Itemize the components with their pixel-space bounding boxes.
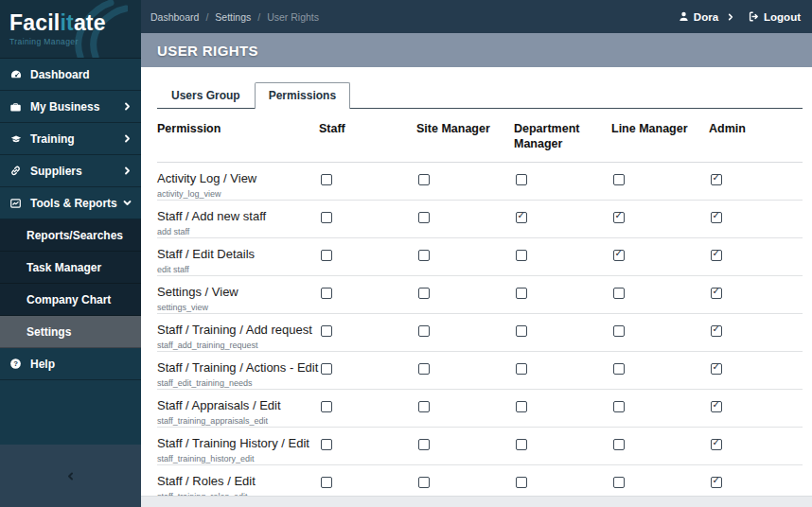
checkbox-staff[interactable] bbox=[321, 325, 332, 337]
checkbox-line-manager[interactable] bbox=[613, 174, 625, 185]
permission-code: settings_view bbox=[157, 303, 319, 312]
graduation-cap-icon bbox=[9, 132, 24, 145]
checkbox-admin[interactable] bbox=[711, 401, 722, 412]
checkbox-department-manager[interactable] bbox=[516, 401, 527, 412]
table-row: Staff / Edit Detailsedit staff bbox=[157, 238, 803, 276]
main-area: Dashboard / Settings / User Rights Dora … bbox=[141, 0, 812, 507]
sidebar-item-label: Help bbox=[30, 358, 55, 371]
sidebar-item-help[interactable]: ? Help bbox=[0, 348, 141, 380]
checkbox-department-manager[interactable] bbox=[516, 439, 527, 450]
checkbox-site-manager[interactable] bbox=[418, 174, 430, 185]
chevron-right-icon bbox=[727, 13, 734, 21]
permission-name: Staff / Appraisals / Edit bbox=[157, 399, 319, 412]
checkbox-staff[interactable] bbox=[321, 174, 332, 185]
permission-name: Staff / Training History / Edit bbox=[157, 437, 319, 450]
checkbox-site-manager[interactable] bbox=[418, 288, 430, 299]
checkbox-admin[interactable] bbox=[711, 250, 722, 261]
app-window: Facilitate Training Manager Dashboard My… bbox=[0, 0, 812, 507]
permission-name: Activity Log / View bbox=[157, 172, 319, 185]
logout-icon bbox=[748, 10, 760, 23]
logo-subtitle: Training Manager bbox=[9, 37, 141, 46]
checkbox-admin[interactable] bbox=[711, 363, 722, 375]
checkbox-site-manager[interactable] bbox=[418, 477, 430, 488]
checkbox-line-manager[interactable] bbox=[613, 401, 625, 412]
column-header-site-manager: Site Manager bbox=[416, 121, 514, 152]
checkbox-department-manager[interactable] bbox=[516, 363, 527, 375]
submenu-item-label: Reports/Searches bbox=[26, 229, 123, 242]
page-header: USER RIGHTS bbox=[141, 33, 812, 67]
checkbox-department-manager[interactable] bbox=[516, 250, 527, 261]
tab-users-group[interactable]: Users Group bbox=[157, 82, 255, 108]
permission-code: staff_edit_training_needs bbox=[157, 378, 319, 388]
checkbox-line-manager[interactable] bbox=[613, 477, 625, 488]
table-row: Settings / Viewsettings_view bbox=[157, 276, 803, 314]
column-header-line-manager: Line Manager bbox=[611, 121, 709, 152]
chevron-right-icon bbox=[123, 102, 132, 111]
user-menu[interactable]: Dora bbox=[678, 10, 734, 23]
sidebar-item-dashboard[interactable]: Dashboard bbox=[0, 59, 141, 91]
checkbox-admin[interactable] bbox=[711, 439, 722, 450]
chevron-down-icon bbox=[123, 199, 132, 207]
checkbox-line-manager[interactable] bbox=[613, 250, 625, 261]
topbar: Dashboard / Settings / User Rights Dora … bbox=[141, 0, 812, 33]
logo[interactable]: Facilitate Training Manager bbox=[0, 0, 141, 59]
checkbox-line-manager[interactable] bbox=[613, 439, 625, 450]
sidebar-item-suppliers[interactable]: Suppliers bbox=[0, 155, 141, 187]
checkbox-staff[interactable] bbox=[321, 439, 332, 450]
table-row: Staff / Training History / Editstaff_tra… bbox=[157, 428, 803, 465]
sidebar-item-settings[interactable]: Settings bbox=[0, 316, 141, 348]
checkbox-department-manager[interactable] bbox=[516, 288, 527, 299]
sidebar-item-training[interactable]: Training bbox=[0, 123, 141, 155]
checkbox-staff[interactable] bbox=[321, 401, 332, 412]
breadcrumb-item-dashboard[interactable]: Dashboard bbox=[150, 11, 199, 23]
table-header-row: Permission Staff Site Manager Department… bbox=[157, 109, 803, 163]
checkbox-site-manager[interactable] bbox=[418, 439, 430, 450]
checkbox-staff[interactable] bbox=[321, 212, 332, 223]
tab-permissions[interactable]: Permissions bbox=[255, 82, 350, 109]
breadcrumb-separator: / bbox=[205, 11, 208, 23]
sidebar-item-task-manager[interactable]: Task Manager bbox=[0, 252, 141, 284]
checkbox-site-manager[interactable] bbox=[418, 250, 430, 261]
checkbox-site-manager[interactable] bbox=[418, 363, 430, 375]
submenu-item-label: Settings bbox=[26, 325, 71, 339]
checkbox-site-manager[interactable] bbox=[418, 401, 430, 412]
checkbox-site-manager[interactable] bbox=[418, 212, 430, 223]
checkbox-staff[interactable] bbox=[321, 250, 332, 261]
checkbox-admin[interactable] bbox=[711, 477, 722, 488]
checkbox-site-manager[interactable] bbox=[418, 325, 430, 337]
checkbox-line-manager[interactable] bbox=[613, 212, 625, 223]
sidebar: Facilitate Training Manager Dashboard My… bbox=[0, 0, 141, 507]
sidebar-item-company-chart[interactable]: Company Chart bbox=[0, 284, 141, 316]
permission-code: edit staff bbox=[157, 265, 319, 274]
chevron-right-icon bbox=[123, 134, 132, 143]
column-header-staff: Staff bbox=[319, 121, 416, 152]
breadcrumb-item-settings[interactable]: Settings bbox=[215, 11, 251, 23]
checkbox-staff[interactable] bbox=[321, 363, 332, 375]
sidebar-item-reports-searches[interactable]: Reports/Searches bbox=[0, 219, 141, 252]
chevron-left-icon bbox=[66, 472, 75, 481]
dashboard-icon bbox=[9, 68, 24, 80]
checkbox-staff[interactable] bbox=[321, 477, 332, 488]
checkbox-admin[interactable] bbox=[711, 212, 722, 223]
checkbox-admin[interactable] bbox=[711, 288, 722, 299]
checkbox-department-manager[interactable] bbox=[516, 212, 527, 223]
logout-button[interactable]: Logout bbox=[748, 10, 801, 23]
checkbox-line-manager[interactable] bbox=[613, 325, 625, 337]
checkbox-department-manager[interactable] bbox=[516, 174, 527, 185]
sidebar-collapse-button[interactable] bbox=[0, 445, 141, 507]
sidebar-item-tools-reports[interactable]: Tools & Reports bbox=[0, 187, 141, 219]
permissions-table: Permission Staff Site Manager Department… bbox=[157, 109, 803, 496]
checkbox-admin[interactable] bbox=[711, 174, 722, 185]
checkbox-admin[interactable] bbox=[711, 325, 722, 337]
column-header-admin: Admin bbox=[709, 121, 806, 152]
checkbox-staff[interactable] bbox=[321, 288, 332, 299]
link-icon bbox=[9, 165, 24, 177]
table-row: Staff / Training / Actions - Editstaff_e… bbox=[157, 352, 803, 390]
checkbox-line-manager[interactable] bbox=[613, 363, 625, 375]
tab-bar: Users Group Permissions bbox=[157, 82, 803, 109]
sidebar-item-my-business[interactable]: My Business bbox=[0, 91, 141, 123]
checkbox-department-manager[interactable] bbox=[516, 325, 527, 337]
checkbox-line-manager[interactable] bbox=[613, 288, 625, 299]
table-row: Activity Log / Viewactivity_log_view bbox=[157, 163, 803, 201]
checkbox-department-manager[interactable] bbox=[516, 477, 527, 488]
